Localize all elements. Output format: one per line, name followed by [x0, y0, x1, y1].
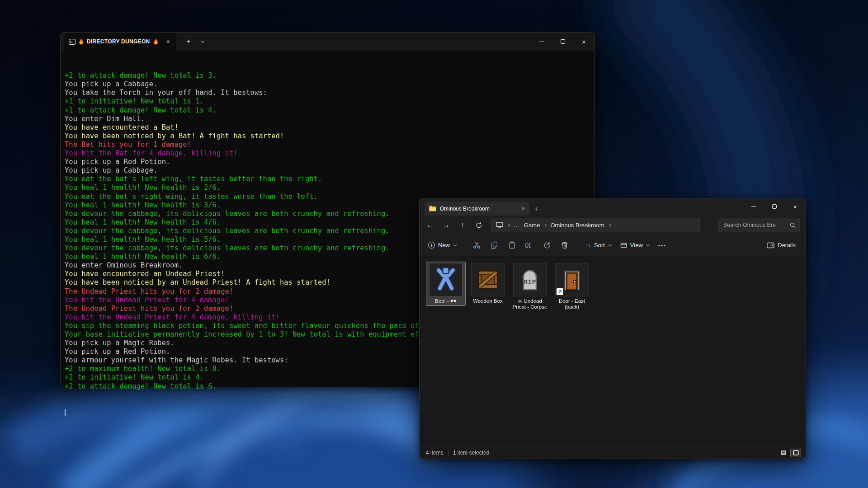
terminal-tab-close-icon[interactable]: × — [165, 38, 172, 46]
file-item-icon: RIP — [513, 263, 547, 296]
trash-icon — [561, 241, 568, 249]
large-icons-view-icon — [793, 450, 799, 455]
breadcrumb: … Game Ominous Breakroom — [491, 218, 700, 232]
up-button[interactable]: ↑ — [455, 218, 470, 232]
large-icons-view-toggle[interactable] — [790, 449, 801, 457]
minimize-icon — [751, 206, 756, 207]
terminal-new-tab-button[interactable]: + — [182, 33, 195, 51]
close-icon: × — [582, 38, 586, 45]
breadcrumb-overflow[interactable]: … — [514, 222, 520, 229]
paste-button[interactable] — [504, 238, 520, 253]
search-icon[interactable] — [790, 222, 796, 228]
explorer-maximize-button[interactable] — [764, 198, 785, 215]
file-item[interactable]: RIP☠ Undead Priest - Corpse — [510, 262, 550, 312]
rename-button[interactable]: A — [521, 238, 538, 253]
details-panel-icon — [767, 242, 774, 249]
terminal-close-button[interactable]: × — [573, 33, 594, 51]
copy-button[interactable] — [486, 238, 502, 253]
explorer-close-button[interactable]: × — [785, 198, 806, 215]
terminal-line: You pick up a Red Potion. — [65, 158, 594, 166]
details-button-label: Details — [778, 242, 796, 249]
view-button[interactable]: View — [616, 238, 653, 253]
folder-icon — [429, 206, 436, 211]
breadcrumb-item-game[interactable]: Game — [524, 222, 540, 229]
file-item-icon — [555, 263, 589, 296]
crate-icon — [475, 267, 501, 293]
cut-button[interactable] — [468, 238, 485, 253]
terminal-cursor — [65, 409, 66, 416]
refresh-button[interactable] — [471, 218, 486, 232]
file-item-label: Bob! - ♥♥ — [435, 298, 457, 304]
shortcut-arrow-icon — [557, 289, 562, 294]
terminal-app-icon — [69, 39, 75, 45]
status-divider — [448, 450, 448, 456]
new-plus-icon: + — [428, 242, 435, 249]
new-button[interactable]: + New — [424, 238, 460, 253]
ellipsis-icon: ••• — [658, 243, 666, 248]
terminal-line: You take the Torch in your off hand. It … — [65, 89, 594, 97]
terminal-maximize-button[interactable] — [552, 33, 573, 51]
terminal-tab-title: DIRECTORY DUNGEON — [87, 38, 150, 45]
copy-icon — [491, 241, 498, 249]
more-options-button[interactable]: ••• — [654, 238, 670, 253]
new-button-label: New — [438, 242, 450, 249]
file-item-label: ☠ Undead Priest - Corpse — [510, 298, 549, 310]
terminal-line: You hit the Bat for 4 damage, killing it… — [65, 149, 594, 158]
explorer-file-area[interactable]: Bob! - ♥♥Wooden BoxRIP☠ Undead Priest - … — [420, 256, 806, 446]
explorer-address-bar: ← → ↑ … Game Ominous Breakroom — [420, 216, 806, 235]
clipboard-icon — [508, 241, 516, 249]
sort-button-label: Sort — [594, 242, 605, 249]
chevron-right-icon[interactable] — [608, 223, 611, 226]
explorer-new-tab-button[interactable]: + — [529, 202, 543, 216]
explorer-command-bar: + New — [420, 235, 806, 256]
maximize-icon — [561, 39, 565, 44]
file-explorer-window: Ominous Breakroom × + × ← → ↑ … — [419, 198, 806, 459]
back-button[interactable]: ← — [422, 218, 438, 232]
search-box[interactable] — [718, 218, 800, 232]
file-item[interactable]: Door - East (back) — [552, 262, 592, 312]
close-icon: × — [793, 203, 797, 210]
file-item-label: Wooden Box — [473, 298, 503, 304]
search-input[interactable] — [723, 222, 790, 228]
refresh-icon — [476, 222, 482, 229]
file-item-icon — [429, 263, 462, 296]
terminal-line: You heal 1 health! New health is 2/6. — [65, 183, 594, 192]
sort-button[interactable]: ↑↓ Sort — [581, 238, 615, 253]
terminal-line: You enter Dim Hall. — [65, 115, 594, 123]
rename-icon: A — [525, 242, 533, 249]
file-item[interactable]: Bob! - ♥♥ — [426, 262, 466, 306]
details-view-toggle[interactable] — [778, 449, 789, 457]
chevron-down-icon — [453, 243, 457, 246]
explorer-tab-bar: Ominous Breakroom × + × — [420, 198, 806, 216]
this-pc-icon[interactable] — [496, 222, 503, 228]
explorer-tab-close-icon[interactable]: × — [521, 206, 525, 211]
item-count: 4 items — [426, 450, 443, 456]
explorer-window-controls: × — [743, 198, 806, 215]
flame-icon — [79, 38, 84, 45]
forward-button[interactable]: → — [439, 218, 454, 232]
chevron-right-icon[interactable] — [507, 223, 510, 226]
svg-text:RIP: RIP — [524, 278, 536, 286]
share-button[interactable] — [539, 238, 555, 253]
delete-button[interactable] — [557, 238, 573, 253]
file-item-icon — [471, 263, 505, 296]
file-item[interactable]: Wooden Box — [468, 262, 508, 306]
terminal-tab-dropdown-icon[interactable] — [195, 33, 209, 51]
breadcrumb-item-ominous-breakroom[interactable]: Ominous Breakroom — [550, 222, 604, 229]
terminal-line: You pick up a Cabbage. — [65, 80, 594, 89]
terminal-tab-bar: DIRECTORY DUNGEON × + × — [61, 33, 594, 51]
explorer-tab-title: Ominous Breakroom — [440, 206, 490, 212]
maximize-icon — [772, 204, 777, 209]
terminal-minimize-button[interactable] — [531, 33, 552, 51]
toolbar-divider — [464, 240, 464, 250]
terminal-line: You have encountered a Bat! — [65, 123, 594, 132]
toolbar-divider — [577, 240, 577, 250]
explorer-minimize-button[interactable] — [743, 198, 764, 215]
shortcut-badge — [557, 288, 563, 295]
terminal-line: +2 to attack damage! New total is 3. — [65, 71, 594, 80]
status-divider — [494, 450, 494, 456]
explorer-tab[interactable]: Ominous Breakroom × — [425, 202, 529, 216]
chevron-right-icon[interactable] — [543, 223, 547, 226]
terminal-tab[interactable]: DIRECTORY DUNGEON × — [64, 33, 176, 51]
details-button[interactable]: Details — [763, 238, 800, 253]
